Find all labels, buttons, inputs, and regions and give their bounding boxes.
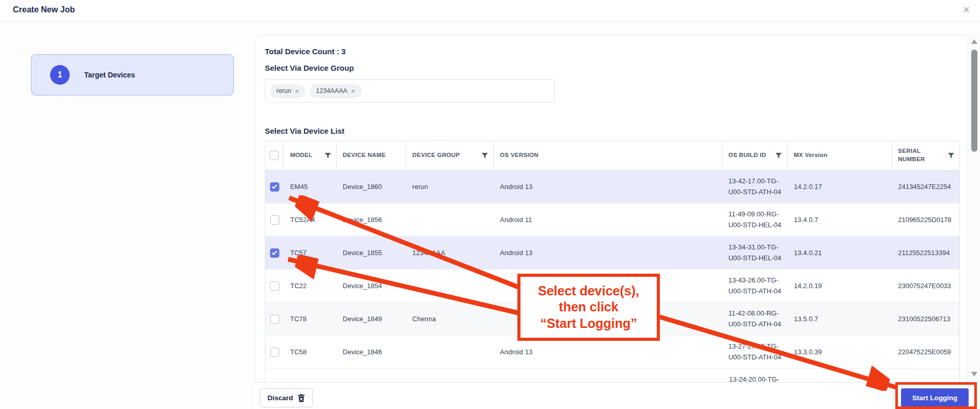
- cell-serial-number: 210965225D0178: [892, 203, 959, 236]
- cell-device-name: Device_1856: [337, 203, 406, 236]
- cell-device-name: Device_1854: [337, 270, 406, 302]
- row-checkbox-cell: [265, 203, 284, 236]
- cell-os-version: Android 11: [494, 203, 722, 236]
- column-header-os-version[interactable]: OS VERSION: [494, 141, 722, 170]
- row-checkbox[interactable]: [270, 182, 279, 192]
- content-card: Total Device Count : 3 Select Via Device…: [255, 35, 968, 409]
- column-header-model[interactable]: MODEL: [284, 141, 337, 170]
- cell-model: TC57: [284, 237, 337, 269]
- cell-mx-version: 14.2.0.19: [787, 270, 892, 302]
- cell-os-build-id: 13-43-26.00-TG-U00-STD-ATH-04: [722, 270, 788, 302]
- chip-remove-icon[interactable]: ×: [351, 87, 355, 95]
- chip-remove-icon[interactable]: ×: [295, 87, 299, 95]
- row-checkbox[interactable]: [270, 314, 279, 324]
- trash-delete-icon: [297, 394, 305, 402]
- total-device-count: Total Device Count : 3: [265, 47, 345, 56]
- column-header-label: MODEL: [290, 151, 312, 160]
- row-checkbox[interactable]: [270, 215, 279, 225]
- device-group-chip: 1234AAAA×: [310, 84, 361, 98]
- cell-model: TC78: [284, 303, 337, 335]
- scrollbar-up-arrow-icon[interactable]: [971, 39, 977, 44]
- column-header-device-group[interactable]: DEVICE GROUP: [406, 141, 494, 170]
- filter-icon[interactable]: [948, 153, 954, 159]
- cell-serial-number: 241345247E2254: [892, 170, 959, 203]
- step-number-badge: 1: [50, 65, 70, 85]
- cell-device-name: Device_1855: [337, 237, 406, 269]
- column-header-label: OS VERSION: [500, 151, 539, 160]
- row-checkbox-cell: [265, 170, 284, 203]
- table-row[interactable]: TC52AXDevice_1856Android 1111-49-09.00-R…: [265, 203, 959, 237]
- cell-mx-version: 13.3.0.39: [787, 336, 892, 368]
- scrollbar-down-arrow-icon[interactable]: [971, 372, 977, 376]
- device-group-chip: rerun×: [270, 84, 305, 98]
- cell-device-group: 1234AAAA: [406, 237, 494, 269]
- filter-icon[interactable]: [776, 153, 782, 159]
- table-row[interactable]: EM45Device_1860rerunAndroid 1313-42-17.0…: [265, 170, 959, 203]
- column-header-mx-version[interactable]: MX Version: [787, 141, 892, 170]
- cell-mx-version: 13.5.0.7: [787, 303, 892, 335]
- cell-device-name: Device_1846: [337, 336, 406, 368]
- header-checkbox-cell: [265, 141, 284, 170]
- filter-icon[interactable]: [482, 153, 488, 159]
- cell-mx-version: 13.4.0.21: [787, 237, 892, 269]
- cell-device-group: rerun: [406, 170, 494, 203]
- chip-label: 1234AAAA: [316, 87, 347, 95]
- dialog-titlebar: Create New Job ×: [0, 0, 980, 22]
- device-group-input[interactable]: rerun×1234AAAA×: [265, 79, 555, 103]
- step-label: Target Devices: [84, 71, 135, 79]
- dialog-title: Create New Job: [13, 5, 75, 14]
- cell-os-build-id: 11-49-09.00-RG-U00-STD-HEL-04: [722, 203, 788, 236]
- column-header-device-name[interactable]: DEVICE NAME: [337, 141, 406, 170]
- cell-model: EM45: [284, 170, 337, 203]
- table-row-partial: 13-24-20.00-TG-: [265, 369, 959, 383]
- dialog-footer: Discard Start Logging: [255, 382, 968, 409]
- cell-device-name: Device_1860: [337, 170, 406, 203]
- cell-os-build-id: 13-34-31.00-TG-U00-STD-HEL-04: [722, 237, 788, 269]
- row-checkbox[interactable]: [270, 248, 279, 258]
- device-group-section-label: Select Via Device Group: [265, 64, 354, 72]
- scrollbar-thumb[interactable]: [971, 50, 977, 152]
- row-checkbox-cell: [265, 336, 284, 368]
- discard-button[interactable]: Discard: [260, 388, 313, 407]
- cell-os-build-id: 11-42-08.00-RG-U00-STD-ATH-04: [722, 303, 788, 335]
- cell-serial-number: 21125522513394: [892, 237, 959, 269]
- cell-device-group: Chenna: [406, 303, 494, 335]
- vertical-scrollbar[interactable]: [969, 35, 979, 382]
- cell-model: TC22: [284, 270, 337, 302]
- annotation-text-line: then click: [559, 299, 618, 316]
- row-checkbox[interactable]: [270, 348, 279, 357]
- row-checkbox-cell: [265, 237, 284, 269]
- step-target-devices[interactable]: 1 Target Devices: [31, 54, 234, 96]
- cell-device-group: [406, 203, 494, 236]
- column-header-serial-number[interactable]: SERIAL NUMBER: [892, 141, 959, 170]
- create-new-job-dialog: Create New Job × 1 Target Devices Total …: [0, 0, 980, 409]
- column-header-label: SERIAL NUMBER: [898, 147, 929, 163]
- cell-mx-version: 13.4.0.7: [787, 203, 892, 236]
- cell-os-build-id: 13-27-27.00-TG-U00-STD-ATH-04: [722, 336, 788, 368]
- row-checkbox-cell: [265, 303, 284, 335]
- column-header-os-build-id[interactable]: OS BUILD ID: [722, 141, 788, 170]
- cell-os-build-id-partial: 13-24-20.00-TG-: [729, 375, 779, 383]
- filter-icon[interactable]: [325, 153, 331, 159]
- start-logging-button[interactable]: Start Logging: [901, 388, 969, 407]
- cell-os-version: Android 13: [494, 237, 722, 269]
- table-row[interactable]: TC57Device_18551234AAAAAndroid 1313-34-3…: [265, 237, 959, 270]
- device-table-header: MODELDEVICE NAMEDEVICE GROUPOS VERSIONOS…: [265, 141, 959, 170]
- cell-model: TC52AX: [284, 203, 337, 236]
- column-header-label: DEVICE GROUP: [413, 151, 460, 160]
- column-header-label: OS BUILD ID: [729, 151, 766, 160]
- cell-device-group: [406, 336, 494, 368]
- cell-model: TC58: [284, 336, 337, 368]
- chip-label: rerun: [276, 87, 291, 95]
- annotation-text-line: “Start Logging”: [540, 316, 637, 332]
- annotation-text-line: Select device(s),: [538, 283, 639, 300]
- cell-os-build-id: 13-42-17.00-TG-U00-STD-ATH-04: [722, 170, 788, 203]
- close-icon[interactable]: ×: [963, 4, 970, 15]
- row-checkbox[interactable]: [270, 281, 279, 291]
- device-table: MODELDEVICE NAMEDEVICE GROUPOS VERSIONOS…: [265, 140, 960, 383]
- select-all-checkbox[interactable]: [270, 151, 279, 160]
- device-list-section-label: Select Via Device List: [265, 127, 344, 135]
- cell-mx-version: 14.2.0.17: [787, 170, 892, 203]
- column-header-label: MX Version: [794, 151, 827, 160]
- cell-serial-number: 220475225E0059: [892, 336, 959, 368]
